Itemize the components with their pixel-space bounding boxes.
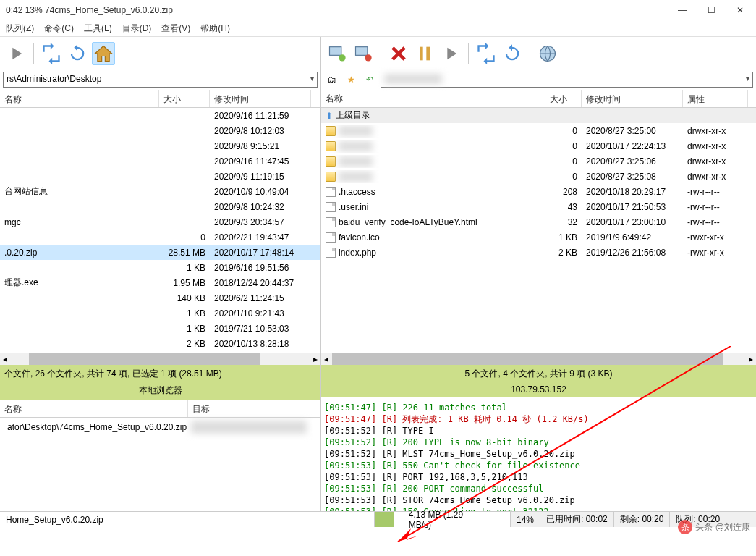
abort-icon[interactable]	[387, 42, 410, 65]
file-row[interactable]: 2020/9/8 10:12:03	[0, 123, 320, 138]
remaining-time: 剩余: 00:20	[614, 512, 671, 527]
maximize-button[interactable]: ☐	[701, 2, 721, 18]
col-name[interactable]: 名称	[0, 90, 159, 107]
watermark-icon: 条	[678, 520, 692, 534]
menubar: 队列(Z) 命令(C) 工具(L) 目录(D) 查看(V) 帮助(H)	[0, 20, 756, 36]
toolbars	[0, 36, 756, 70]
file-row[interactable]: 2020/9/16 11:21:59	[0, 108, 320, 123]
remote-grid[interactable]: ⬆ 上级目录 02020/8/27 3:25:00drwxr-xr-x 0202…	[321, 108, 756, 353]
file-row[interactable]: 140 KB2020/6/2 11:24:15	[0, 290, 320, 306]
refresh-pair-icon[interactable]	[40, 42, 63, 65]
file-row[interactable]: 1 KB2019/6/16 19:51:56	[0, 260, 320, 275]
pane-remote: 名称 大小 修改时间 属性 ⬆ 上级目录 02020/8/27 3:25:00d…	[321, 90, 756, 365]
queue-row[interactable]: ator\Desktop\74cms_Home_Setup_v6.0.20.zi…	[3, 419, 318, 434]
svg-point-1	[339, 54, 345, 61]
file-row[interactable]: .htaccess2082020/10/18 20:29:17-rw-r--r-…	[321, 184, 756, 199]
tree-icon[interactable]: 🗂	[324, 72, 340, 88]
file-row[interactable]: index.php2 KB2019/12/26 21:56:08-rwxr-xr…	[321, 245, 756, 260]
file-row[interactable]: baidu_verify_code-IoALTyBueY.html322020/…	[321, 214, 756, 229]
local-hscroll[interactable]: ◂▸	[0, 353, 320, 365]
refresh-icon[interactable]	[501, 42, 524, 65]
pause-icon[interactable]	[413, 42, 436, 65]
parent-dir-row[interactable]: ⬆ 上级目录	[321, 108, 756, 123]
log-line: [09:51:52] [R] TYPE I	[324, 425, 753, 437]
globe-icon[interactable]	[536, 42, 559, 65]
elapsed-time: 已用时间: 00:02	[540, 512, 614, 527]
log-line: [09:51:47] [R] 226 11 matches total	[324, 402, 753, 413]
svg-marker-8	[398, 528, 418, 542]
folder-icon	[326, 172, 336, 182]
file-row[interactable]: 2020/9/16 11:47:45	[0, 153, 320, 169]
menu-command[interactable]: 命令(C)	[44, 22, 74, 35]
queue-header: 名称 目标	[0, 400, 320, 418]
local-path-input[interactable]: rs\Administrator\Desktop	[3, 72, 318, 88]
file-row[interactable]: 02020/10/17 22:24:13drwxr-xr-x	[321, 138, 756, 153]
address-local: rs\Administrator\Desktop	[0, 70, 321, 90]
file-row[interactable]: mgc2020/9/3 20:34:57	[0, 214, 320, 229]
file-panes: 名称 大小 修改时间 2020/9/16 11:21:592020/9/8 10…	[0, 90, 756, 365]
play-icon[interactable]	[439, 42, 462, 65]
minimize-button[interactable]: —	[672, 2, 692, 18]
connect-icon[interactable]	[326, 42, 349, 65]
transfer-filename: Home_Setup_v6.0.20.zip	[0, 512, 375, 527]
col-name[interactable]: 名称	[0, 400, 188, 417]
folder-icon	[326, 126, 336, 136]
menu-queue[interactable]: 队列(Z)	[6, 22, 34, 35]
file-row[interactable]: .user.ini432020/10/17 21:50:53-rw-r--r--	[321, 199, 756, 214]
file-row[interactable]: 2 KB2020/10/13 8:28:18	[0, 336, 320, 351]
file-row[interactable]: 02020/8/27 3:25:08drwxr-xr-x	[321, 169, 756, 184]
file-icon	[326, 232, 336, 243]
log-line: [09:51:52] [R] MLST 74cms_Home_Setup_v6.…	[324, 448, 753, 460]
star-icon[interactable]: ★	[343, 72, 359, 88]
svg-rect-0	[330, 46, 341, 55]
col-date[interactable]: 修改时间	[582, 90, 683, 107]
local-grid[interactable]: 2020/9/16 11:21:592020/9/8 10:12:032020/…	[0, 108, 320, 353]
log-line: [09:51:53] [R] STOR 74cms_Home_Setup_v6.…	[324, 494, 753, 506]
local-summary: 个文件, 26 个文件夹, 共计 74 项, 已选定 1 项 (28.51 MB…	[0, 365, 320, 383]
file-row[interactable]: 1 KB2019/7/21 10:53:03	[0, 321, 320, 336]
queue-body[interactable]: ator\Desktop\74cms_Home_Setup_v6.0.20.zi…	[0, 418, 320, 511]
log-line: [09:51:47] [R] 列表完成: 1 KB 耗时 0.14 秒 (1.2…	[324, 413, 753, 425]
titlebar: 0:42 13% 74cms_Home_Setup_v6.0.20.zip — …	[0, 0, 756, 20]
log-pane[interactable]: [09:51:47] [R] 226 11 matches total[09:5…	[321, 400, 756, 511]
play-icon[interactable]	[4, 42, 27, 65]
file-row[interactable]: 02020/8/27 3:25:00drwxr-xr-x	[321, 123, 756, 138]
toolbar-local	[0, 37, 321, 70]
file-row[interactable]: 理器.exe1.95 MB2018/12/24 20:44:37	[0, 275, 320, 290]
refresh-pair-icon[interactable]	[475, 42, 498, 65]
file-row[interactable]: 2020/9/8 10:24:32	[0, 199, 320, 214]
close-button[interactable]: ✕	[730, 2, 750, 18]
col-target[interactable]: 目标	[188, 400, 320, 417]
col-size[interactable]: 大小	[545, 90, 582, 107]
file-row[interactable]: 1 KB2020/1/10 9:21:43	[0, 306, 320, 321]
local-grid-header: 名称 大小 修改时间	[0, 90, 320, 108]
svg-point-3	[365, 54, 371, 61]
svg-rect-5	[426, 46, 430, 60]
folder-icon	[326, 141, 336, 151]
refresh-icon[interactable]	[66, 42, 89, 65]
col-attr[interactable]: 属性	[683, 90, 748, 107]
menu-directory[interactable]: 目录(D)	[122, 22, 152, 35]
queue-pane: 名称 目标 ator\Desktop\74cms_Home_Setup_v6.0…	[0, 400, 321, 511]
remote-path-input[interactable]	[381, 72, 753, 88]
file-row[interactable]: 02020/2/21 19:43:47	[0, 229, 320, 245]
file-row[interactable]: .0.20.zip28.51 MB2020/10/17 17:48:14	[0, 245, 320, 260]
file-icon	[326, 248, 336, 258]
status-remote: 5 个文件, 4 个文件夹, 共计 9 项 (3 KB) 103.79.53.1…	[321, 365, 756, 400]
file-row[interactable]: 2020/9/8 9:15:21	[0, 138, 320, 153]
col-date[interactable]: 修改时间	[210, 90, 311, 107]
file-row[interactable]: favicon.ico1 KB2019/1/9 6:49:42-rwxr-xr-…	[321, 229, 756, 245]
menu-tools[interactable]: 工具(L)	[84, 22, 112, 35]
remote-hscroll[interactable]: ◂▸	[321, 353, 756, 365]
file-row[interactable]: 台网站信息2020/10/9 10:49:04	[0, 184, 320, 199]
col-size[interactable]: 大小	[159, 90, 210, 107]
home-icon[interactable]	[92, 42, 115, 65]
menu-view[interactable]: 查看(V)	[161, 22, 190, 35]
folder-icon	[326, 156, 336, 167]
back-icon[interactable]: ↶	[362, 72, 378, 88]
disconnect-icon[interactable]	[352, 42, 375, 65]
menu-help[interactable]: 帮助(H)	[200, 22, 230, 35]
file-row[interactable]: 02020/8/27 3:25:06drwxr-xr-x	[321, 153, 756, 169]
col-name[interactable]: 名称	[321, 90, 545, 107]
file-row[interactable]: 2020/9/9 11:19:15	[0, 169, 320, 184]
